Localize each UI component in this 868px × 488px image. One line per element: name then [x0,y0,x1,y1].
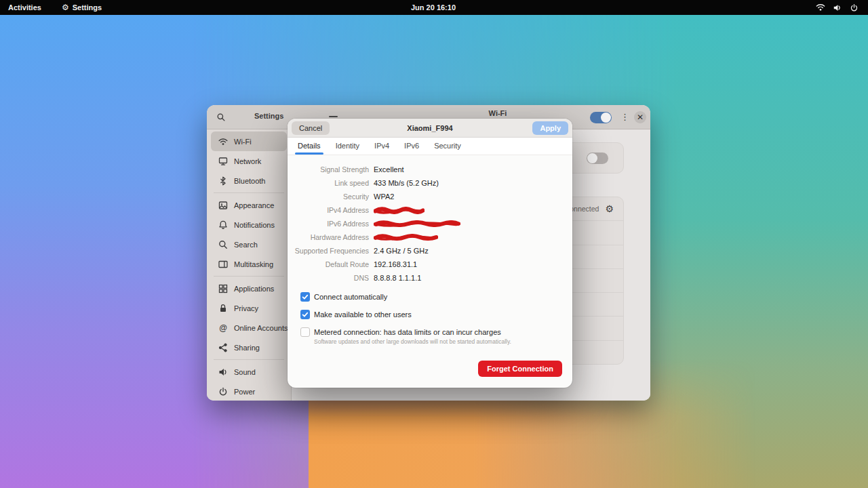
airplane-mode-toggle[interactable] [587,152,608,164]
link-speed-value: 433 Mb/s (5.2 GHz) [374,179,439,187]
tab-details[interactable]: Details [290,138,328,155]
sound-icon [218,367,229,378]
activities-button[interactable]: Activities [8,3,41,12]
detail-row: Link speed 433 Mb/s (5.2 GHz) [293,176,567,190]
sharing-icon [218,342,229,353]
window-title: Settings [254,112,283,120]
search-icon [218,239,229,250]
sidebar-item-online-accounts[interactable]: @ Online Accounts [211,318,287,338]
gear-icon[interactable]: ⚙ [605,203,614,214]
desktop: Activities ⚙ Settings Jun 20 16:10 [0,0,868,488]
sidebar-item-bluetooth[interactable]: Bluetooth [211,171,287,190]
close-button[interactable]: ✕ [634,111,646,123]
power-icon[interactable] [850,3,859,12]
sidebar-item-notifications[interactable]: Notifications [211,215,287,235]
detail-row: Default Route 192.168.31.1 [293,258,567,271]
detail-row: Security WPA2 [293,190,567,203]
detail-row: Hardware Address [293,230,567,244]
sidebar-item-applications[interactable]: Applications [211,279,287,298]
dialog-tabbar: Details Identity IPv4 IPv6 Security [288,138,572,155]
sidebar-divider [214,276,284,277]
sidebar: Wi-Fi Network Bluetooth [207,129,292,401]
dialog-title: Xiaomi_F994 [288,119,572,138]
cancel-button[interactable]: Cancel [292,121,330,135]
metered-connection-option[interactable]: Metered connection: has data limits or c… [300,327,561,345]
connect-automatically-option[interactable]: Connect automatically [300,292,561,302]
menu-kebab-icon[interactable]: ⋮ [620,110,629,124]
appearance-icon [218,200,229,211]
network-icon [218,156,229,167]
detail-row: IPv4 Address [293,203,567,217]
privacy-lock-icon [218,303,229,314]
wifi-status-icon[interactable] [816,3,825,12]
security-value: WPA2 [374,192,394,201]
hardware-redaction-scribble [374,234,438,241]
multitasking-icon [218,259,229,270]
details-rows: Signal Strength Excellent Link speed 433… [293,163,567,285]
make-available-option[interactable]: Make available to other users [300,310,561,319]
dialog-header: Xiaomi_F994 Cancel Apply [288,119,572,138]
sidebar-item-appearance[interactable]: Appearance [211,195,287,215]
bell-icon [218,220,229,230]
focused-app-label: Settings [73,3,102,12]
sidebar-item-privacy[interactable]: Privacy [211,298,287,318]
sidebar-divider [214,359,284,360]
wifi-connection-dialog: Xiaomi_F994 Cancel Apply Details Identit… [288,119,572,388]
ipv6-redaction-scribble [374,220,460,227]
checkbox-checked-icon[interactable] [300,310,310,319]
detail-row: IPv6 Address [293,217,567,230]
minimize-button[interactable] [329,116,338,117]
sidebar-item-network[interactable]: Network [211,151,287,171]
clock[interactable]: Jun 20 16:10 [411,3,456,12]
tab-identity[interactable]: Identity [328,138,367,155]
default-route-value: 192.168.31.1 [374,260,417,268]
tab-ipv6[interactable]: IPv6 [397,138,427,155]
apply-button[interactable]: Apply [532,121,568,135]
applications-icon [218,283,229,294]
dns-value: 8.8.8.8 1.1.1.1 [374,274,421,282]
sidebar-item-wifi[interactable]: Wi-Fi [211,131,287,151]
checkbox-checked-icon[interactable] [300,292,310,302]
detail-row: Signal Strength Excellent [293,163,567,176]
detail-row: DNS 8.8.8.8 1.1.1.1 [293,271,567,285]
sidebar-divider [214,192,284,193]
checkbox-unchecked-icon[interactable] [300,327,310,337]
gear-icon: ⚙ [62,3,69,12]
connection-options: Connect automatically Make available to … [300,292,561,353]
sidebar-item-search[interactable]: Search [211,235,287,254]
forget-connection-button[interactable]: Forget Connection [478,361,562,377]
top-bar: Activities ⚙ Settings Jun 20 16:10 [0,0,868,15]
sidebar-item-power[interactable]: Power [211,382,287,401]
pane-title: Wi-Fi [481,109,515,117]
sidebar-item-sharing[interactable]: Sharing [211,338,287,357]
tab-security[interactable]: Security [427,138,469,155]
ipv4-redaction-scribble [374,207,425,214]
power-icon [218,386,229,397]
signal-strength-value: Excellent [374,165,404,174]
search-icon[interactable] [216,113,226,125]
detail-row: Supported Frequencies 2.4 GHz / 5 GHz [293,244,567,258]
at-icon: @ [218,323,229,333]
supported-frequencies-value: 2.4 GHz / 5 GHz [374,247,429,255]
sidebar-item-sound[interactable]: Sound [211,362,287,382]
focused-app-indicator[interactable]: ⚙ Settings [62,3,102,12]
bluetooth-icon [218,176,229,186]
wifi-enabled-toggle[interactable] [590,112,612,123]
metered-subtext: Software updates and other large downloa… [314,338,511,345]
sidebar-item-multitasking[interactable]: Multitasking [211,254,287,274]
tab-ipv4[interactable]: IPv4 [367,138,397,155]
wifi-icon [218,136,229,147]
volume-icon[interactable] [833,3,842,12]
